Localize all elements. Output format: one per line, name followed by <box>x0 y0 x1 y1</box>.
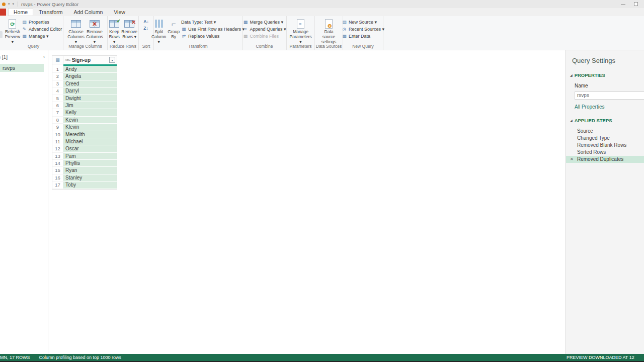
applied-step[interactable]: ✕ Source <box>566 128 644 135</box>
ribbon-group-new-query: ▤ New Source ▾ ◷ Recent Sources ▾ ▦ Ente… <box>343 16 383 50</box>
all-properties-link[interactable]: All Properties <box>575 104 644 110</box>
ribbon-tab[interactable]: Add Column <box>68 8 108 16</box>
advanced-editor-icon: ✎ <box>22 27 27 32</box>
use-first-row-as-headers-button[interactable]: ▦ Use First Row as Headers ▾ <box>181 26 245 32</box>
table-cell[interactable]: Dwight <box>63 95 117 102</box>
properties-section-header[interactable]: ◢ PROPERTIES <box>570 72 644 78</box>
table-cell[interactable]: Angela <box>63 73 117 80</box>
table-cell[interactable]: Andy <box>63 66 117 73</box>
row-number: 8 <box>52 117 63 124</box>
table-row[interactable]: 11 Michael <box>52 138 117 145</box>
table-row[interactable]: 7 Kelly <box>52 109 117 116</box>
row-number: 16 <box>52 174 63 182</box>
queries-pane: Queries [1] ‹ rsvps <box>0 50 48 354</box>
append-queries-button[interactable]: ≡ Append Queries ▾ <box>243 26 286 32</box>
table-row[interactable]: 6 Jim <box>52 102 117 109</box>
applied-step[interactable]: ✕ Changed Type <box>566 135 644 142</box>
table-row[interactable]: 10 Meredith <box>52 131 117 138</box>
table-cell[interactable]: Toby <box>63 182 117 189</box>
table-row[interactable]: 1 Andy <box>52 66 117 73</box>
table-row[interactable]: 16 Stanley <box>52 174 117 182</box>
combine-files-icon: ▦ <box>243 34 248 39</box>
ribbon-tab[interactable]: Home <box>8 8 33 16</box>
table-cell[interactable]: Klevin <box>63 124 117 131</box>
query-settings-title: Query Settings <box>572 57 644 64</box>
power-query-editor-window: ▾ ▾ rsvps - Power Query Editor HomeTrans… <box>0 0 644 362</box>
query-list-item[interactable]: rsvps <box>0 64 44 72</box>
advanced-editor-button[interactable]: ✎ Advanced Editor <box>22 26 62 32</box>
row-number: 3 <box>52 80 63 87</box>
row-number: 1 <box>52 66 63 73</box>
applied-steps-section-header[interactable]: ◢ APPLIED STEPS <box>570 118 644 123</box>
group-label-data-sources: Data Sources <box>315 44 343 49</box>
applied-step-label: Sorted Rows <box>577 149 606 155</box>
remove-columns-button[interactable]: ✕ Remove Columns ▾ <box>86 18 103 44</box>
table-row[interactable]: 14 Phyllis <box>52 160 117 167</box>
refresh-preview-button[interactable]: ⟳ Refresh Preview ▾ <box>5 18 20 44</box>
new-source-button[interactable]: ▤ New Source ▾ <box>342 19 384 25</box>
table-row[interactable]: 4 Darryl <box>52 87 117 95</box>
table-cell[interactable]: Kevin <box>63 117 117 124</box>
manage-parameters-button[interactable]: ≡ Manage Parameters ▾ <box>292 18 309 44</box>
select-all-corner[interactable]: ▦ <box>52 56 63 64</box>
merge-queries-button[interactable]: ▦ Merge Queries ▾ <box>243 19 286 25</box>
profiling-status[interactable]: Column profiling based on top 1000 rows <box>39 354 122 361</box>
table-row[interactable]: 13 Pam <box>52 153 117 160</box>
ribbon-tab[interactable]: Transform <box>33 8 68 16</box>
column-filter-button[interactable]: ▾ <box>109 57 115 63</box>
quick-access-dropdown-icon[interactable]: ▾ <box>8 2 10 6</box>
queries-pane-header: Queries [1] <box>0 54 8 60</box>
table-cell[interactable]: Oscar <box>63 145 117 152</box>
sort-descending-icon[interactable]: Z↓ <box>143 26 148 31</box>
replace-values-button[interactable]: ⇄ Replace Values <box>181 33 245 39</box>
enter-data-button[interactable]: ▦ Enter Data <box>342 33 384 39</box>
column-header-signup[interactable]: ABC Sign-up ▾ <box>63 56 117 64</box>
minimize-button[interactable] <box>621 4 625 5</box>
table-cell[interactable]: Michael <box>63 138 117 145</box>
table-row[interactable]: 9 Klevin <box>52 124 117 131</box>
table-cell[interactable]: Creed <box>63 80 117 87</box>
remove-rows-button[interactable]: ✕ Remove Rows ▾ <box>121 18 137 40</box>
sort-ascending-icon[interactable]: A↓ <box>143 20 148 24</box>
applied-step[interactable]: ✕ Sorted Rows <box>566 149 644 156</box>
row-number: 14 <box>52 160 63 167</box>
data-preview-canvas: ▦ ABC Sign-up ▾ 1 <box>49 50 566 354</box>
applied-step[interactable]: ✕ Removed Blank Rows <box>566 142 644 149</box>
table-row[interactable]: 8 Kevin <box>52 117 117 124</box>
table-cell[interactable]: Pam <box>63 153 117 160</box>
data-type-button[interactable]: Data Type: Text ▾ <box>181 19 245 25</box>
data-source-settings-button[interactable]: ⚙ Data source settings <box>320 18 338 44</box>
table-cell[interactable]: Meredith <box>63 131 117 138</box>
replace-values-icon: ⇄ <box>181 34 187 39</box>
keep-rows-button[interactable]: ✓ Keep Rows ▾ <box>109 18 120 44</box>
split-column-icon <box>155 20 163 28</box>
ribbon-tab[interactable]: View <box>108 8 131 16</box>
refresh-preview-icon: ⟳ <box>9 19 16 29</box>
table-row[interactable]: 15 Ryan <box>52 167 117 174</box>
table-cell[interactable]: Jim <box>63 102 117 109</box>
recent-sources-button[interactable]: ◷ Recent Sources ▾ <box>342 26 384 32</box>
properties-button[interactable]: ▤ Properties <box>22 19 62 25</box>
table-cell[interactable]: Phyllis <box>63 160 117 167</box>
choose-columns-button[interactable]: Choose Columns ▾ <box>67 18 85 44</box>
ribbon-tab-row: HomeTransformAdd ColumnView <box>0 8 644 16</box>
table-row[interactable]: 2 Angela <box>52 73 117 80</box>
applied-step[interactable]: ✕ Removed Duplicates <box>566 156 644 163</box>
table-row[interactable]: 5 Dwight <box>52 95 117 102</box>
quick-access-dropdown-icon[interactable]: ▾ <box>13 2 15 6</box>
group-by-button[interactable]: ⌐ Group By <box>168 18 180 40</box>
table-row[interactable]: 3 Creed <box>52 80 117 87</box>
table-row[interactable]: 12 Oscar <box>52 145 117 152</box>
file-button-fragment[interactable] <box>0 9 6 16</box>
manage-button[interactable]: ▦ Manage ▾ <box>22 33 62 39</box>
delete-step-icon[interactable]: ✕ <box>570 156 574 163</box>
query-name-field[interactable] <box>575 92 644 100</box>
table-cell[interactable]: Darryl <box>63 87 117 95</box>
collapse-pane-icon[interactable]: ‹ <box>43 54 45 59</box>
table-row[interactable]: 17 Toby <box>52 182 117 189</box>
restore-button[interactable] <box>634 2 638 6</box>
split-column-button[interactable]: Split Column ▾ <box>151 18 166 44</box>
table-cell[interactable]: Ryan <box>63 167 117 174</box>
table-cell[interactable]: Kelly <box>63 109 117 116</box>
table-cell[interactable]: Stanley <box>63 174 117 182</box>
